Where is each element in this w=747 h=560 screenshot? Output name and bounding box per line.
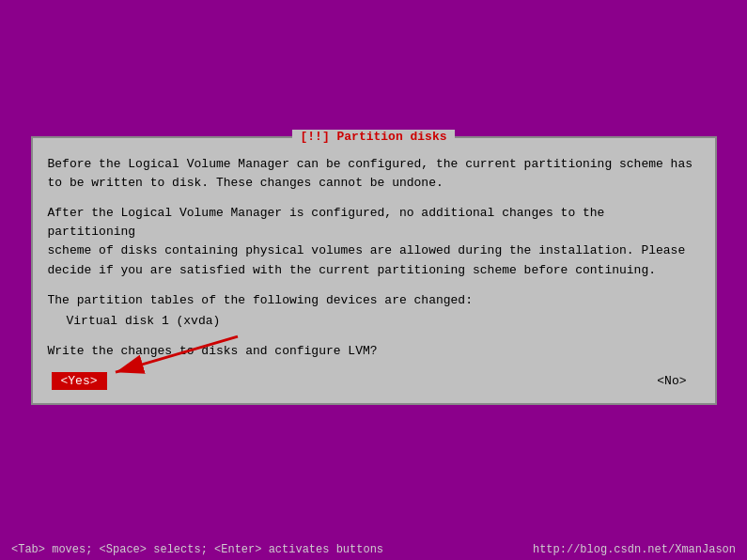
no-button[interactable]: <No> xyxy=(647,372,695,390)
yes-button[interactable]: <Yes> xyxy=(52,372,107,390)
device-item: Virtual disk 1 (xvda) xyxy=(67,312,700,331)
button-row: <Yes> <No> xyxy=(48,372,700,390)
dialog-title: [!!] Partition disks xyxy=(292,130,454,144)
dialog-content: Before the Logical Volume Manager can be… xyxy=(48,155,700,361)
paragraph-2: After the Logical Volume Manager is conf… xyxy=(48,204,700,280)
paragraph-4: Write the changes to disks and configure… xyxy=(48,342,700,361)
paragraph-3: The partition tables of the following de… xyxy=(48,291,700,310)
paragraph-1: Before the Logical Volume Manager can be… xyxy=(48,155,700,193)
bottom-bar: <Tab> moves; <Space> selects; <Enter> ac… xyxy=(0,539,747,560)
bottom-hint: <Tab> moves; <Space> selects; <Enter> ac… xyxy=(11,543,383,556)
bottom-url: http://blog.csdn.net/XmanJason xyxy=(533,543,736,556)
